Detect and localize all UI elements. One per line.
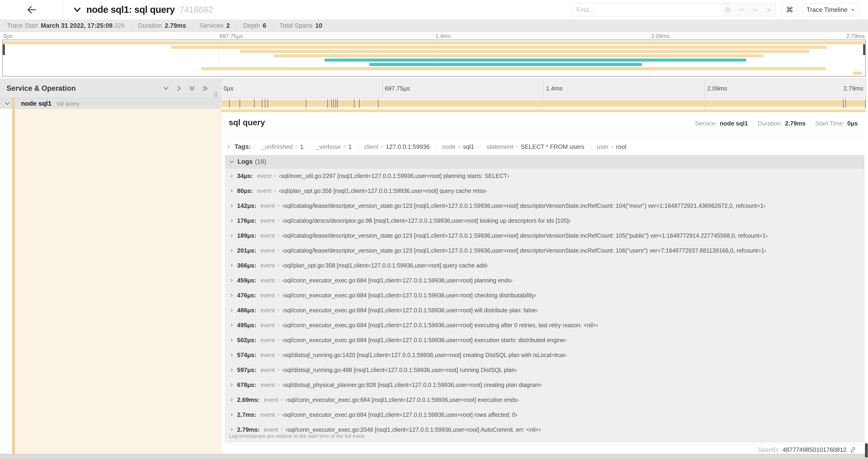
log-row[interactable]: 486μs:event=‹sql/conn_executor_exec.go:6… xyxy=(225,303,864,318)
detail-meta-item: Service:node sql1 xyxy=(690,120,753,127)
vertical-scrollbar-thumb[interactable] xyxy=(865,443,868,458)
equals-sign: = xyxy=(280,397,283,402)
service-operation-title: Service & Operation xyxy=(6,79,75,98)
summary-label: Depth xyxy=(243,22,260,29)
tags-list: _unfinished=1_verbose=1client=127.0.0.1:… xyxy=(255,143,632,151)
tags-section-toggle[interactable]: Tags: _unfinished=1_verbose=1client=127.… xyxy=(225,140,864,153)
collapse-trace-chevron-icon[interactable] xyxy=(73,5,82,14)
column-resize-grip[interactable] xyxy=(214,91,217,97)
log-field-value: ‹sql/distsql_running.go:1420 [nsql1,clie… xyxy=(282,352,567,358)
minimap-right-scrubber[interactable] xyxy=(863,44,865,55)
minimap-span-bar xyxy=(171,46,827,49)
prev-match-icon[interactable] xyxy=(735,3,748,16)
equals-sign: = xyxy=(277,382,280,388)
log-row[interactable]: 176μs:event=‹sql/catalog/descs/descripto… xyxy=(225,213,864,228)
equals-sign: = xyxy=(277,367,280,373)
command-icon: ⌘ xyxy=(786,5,793,14)
timeline-ruler: 0μs697.75μs1.4ms2.09ms2.79ms xyxy=(221,78,866,98)
trace-view-selector[interactable]: Trace Timeline xyxy=(802,3,860,16)
equals-sign: = xyxy=(277,277,280,283)
tag-item: _verbose=1 xyxy=(310,143,358,151)
ruler-gridline xyxy=(382,79,382,98)
clear-find-icon[interactable] xyxy=(762,3,776,16)
minimap-tick-label: 2.09ms xyxy=(651,33,670,39)
expand-one-icon[interactable] xyxy=(176,85,183,92)
deep-link-icon[interactable] xyxy=(849,447,856,453)
log-field-value: ‹sql/distsql_running.go:498 [nsql1,clien… xyxy=(282,367,517,373)
chevron-right-icon xyxy=(229,233,234,238)
next-match-icon[interactable] xyxy=(748,3,762,16)
log-row[interactable]: 678μs:event=‹sql/distsql_physical_planne… xyxy=(225,378,864,392)
collapse-all-icon[interactable] xyxy=(189,85,195,92)
minimap-left-scrubber[interactable] xyxy=(3,44,5,55)
summary-label: Total Spans xyxy=(280,22,312,29)
tag-key: node xyxy=(442,143,456,151)
log-marker-tick xyxy=(240,99,240,108)
expanded-row-background xyxy=(15,109,221,454)
log-row[interactable]: 80μs:event=‹sql/plan_opt.go:358 [nsql1,c… xyxy=(225,183,864,198)
log-row[interactable]: 574μs:event=‹sql/distsql_running.go:1420… xyxy=(225,348,864,362)
chevron-right-icon xyxy=(229,204,234,208)
span-color-accent xyxy=(12,98,15,109)
row-collapse-chevron-icon[interactable] xyxy=(4,101,10,107)
log-row[interactable]: 476μs:event=‹sql/conn_executor_exec.go:6… xyxy=(225,288,864,303)
chevron-down-icon xyxy=(229,159,234,164)
keyboard-shortcuts-button[interactable]: ⌘ xyxy=(782,3,798,16)
log-row[interactable]: 2.69ms:event=‹sql/conn_executor_exec.go:… xyxy=(225,392,864,407)
log-row[interactable]: 2.7ms:event=‹sql/conn_executor_exec.go:6… xyxy=(225,407,864,422)
log-marker-tick xyxy=(254,99,254,108)
collapse-one-icon[interactable] xyxy=(162,85,169,92)
log-field-key: event xyxy=(257,188,271,194)
log-row[interactable]: 597μs:event=‹sql/distsql_running.go:498 … xyxy=(225,362,864,378)
tag-value: root xyxy=(616,143,626,151)
span-row-label[interactable]: node sql1 sql query xyxy=(0,98,221,109)
minimap-canvas[interactable] xyxy=(2,40,866,76)
span-id-label: SpanID: xyxy=(757,446,780,453)
equals-sign: = xyxy=(458,144,461,150)
logs-list: 34μs:event=‹sql/exec_util.go:2297 [nsql1… xyxy=(225,168,864,437)
log-timestamp: 486μs: xyxy=(237,307,256,314)
chevron-right-icon xyxy=(229,413,234,417)
log-field-value: ‹sql/conn_executor_exec.go:684 [nsql1,cl… xyxy=(282,322,598,329)
log-row[interactable]: 201μs:event=‹sql/catalog/lease/descripto… xyxy=(225,243,864,258)
tag-key: _unfinished xyxy=(261,143,292,151)
equals-sign: = xyxy=(343,144,346,150)
tag-value: SELECT * FROM users xyxy=(521,143,585,151)
log-row[interactable]: 34μs:event=‹sql/exec_util.go:2297 [nsql1… xyxy=(225,168,864,183)
log-field-value: ‹sql/catalog/lease/descriptor_version_st… xyxy=(282,247,766,254)
log-row[interactable]: 459μs:event=‹sql/conn_executor_exec.go:6… xyxy=(225,273,864,288)
equals-sign: = xyxy=(277,218,280,223)
log-row[interactable]: 142μs:event=‹sql/catalog/lease/descripto… xyxy=(225,198,864,213)
tag-key: _verbose xyxy=(316,143,341,151)
focus-match-icon[interactable] xyxy=(721,3,735,16)
equals-sign: = xyxy=(277,263,280,268)
log-timestamp: 678μs: xyxy=(237,381,256,389)
logs-section-toggle[interactable]: Logs (18) xyxy=(225,155,864,168)
expand-all-icon[interactable] xyxy=(202,85,209,92)
log-marker-tick xyxy=(337,99,338,108)
log-field-value: ‹sql/conn_executor_exec.go:684 [nsql1,cl… xyxy=(286,396,519,403)
log-field-value: ‹sql/plan_opt.go:358 [nsql1,client=127.0… xyxy=(279,188,487,194)
equals-sign: = xyxy=(277,337,280,343)
logs-label: Logs xyxy=(238,158,253,165)
log-timestamp: 502μs: xyxy=(237,336,256,344)
log-marker-tick xyxy=(865,99,866,108)
minimap-span-bar xyxy=(201,67,826,70)
span-duration-bar[interactable] xyxy=(222,100,865,107)
summary-label: Trace Start xyxy=(7,22,38,29)
find-input[interactable] xyxy=(571,3,721,16)
logs-count: (18) xyxy=(255,158,266,165)
log-row[interactable]: 189μs:event=‹sql/catalog/lease/descripto… xyxy=(225,228,864,243)
summary-value: 2 xyxy=(226,22,230,29)
tags-label: Tags: xyxy=(235,143,251,151)
chevron-right-icon xyxy=(229,308,234,312)
log-timestamp: 2.79ms: xyxy=(237,426,260,433)
meta-label: Duration: xyxy=(757,120,782,127)
log-row[interactable]: 495μs:event=‹sql/conn_executor_exec.go:6… xyxy=(225,318,864,333)
ruler-tick-label: 0μs xyxy=(223,79,233,98)
log-row[interactable]: 366μs:event=‹sql/plan_opt.go:358 [nsql1,… xyxy=(225,258,864,273)
back-button[interactable] xyxy=(0,0,64,19)
chevron-right-icon xyxy=(229,249,234,253)
log-row[interactable]: 502μs:event=‹sql/conn_executor_exec.go:6… xyxy=(225,333,864,348)
equals-sign: = xyxy=(277,233,280,238)
